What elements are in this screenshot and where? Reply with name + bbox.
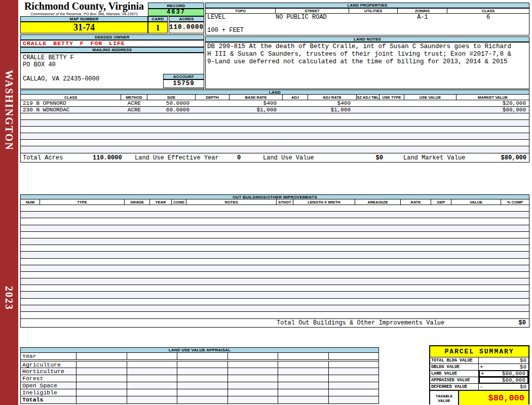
appraisal-cell [329,361,379,368]
column-header: VALUE [451,199,501,205]
appraisal-row-label: Agriculture [21,361,77,368]
summary-row-label: TOTAL BLDG VALUE [430,357,479,363]
table-row-empty [21,225,529,232]
column-header: RATE [401,199,431,205]
appraisal-cell [329,389,379,396]
tax-year: 2023 [3,286,15,310]
column-header: MARKET VALUE [457,95,529,100]
summary-row-label: LAND VALUE [430,371,479,377]
column-header: CLASS [447,9,529,13]
total-acres-value: 110.0000 [93,154,122,161]
taxable-value: $80,000 [459,391,528,405]
appraisal-cell [228,389,279,396]
summary-row: DEFERRED VALUE - $0 [430,384,528,390]
effective-year-value: 0 [237,154,241,161]
appraisal-cell [329,353,379,359]
appraisal-row: Horticulture [21,368,378,375]
land-notes-title: LAND NOTES [205,36,529,42]
record-number: 4637 [148,9,204,16]
card-label: CARD [148,16,168,22]
summary-sign: + [480,371,488,377]
mailing-address-label: MAILING ADDRESS [20,47,204,53]
column-header: USE VALUE [404,95,457,100]
appraisal-cell [278,396,329,403]
appraisal-cell [77,375,127,382]
appraisal-row: Forest [21,375,378,382]
land-use-value-label: Land Use Value [263,154,314,161]
parcel-summary-title: PARCEL SUMMARY [430,346,528,357]
appraisal-cell [177,396,228,403]
column-header: NOTES [186,199,277,205]
appraisal-rows: YearAgricultureHorticultureForestOpen Sp… [20,353,379,404]
total-acres-label: Total Acres [23,154,63,161]
appraisal-cell [127,353,178,359]
summary-value: $80,000 [488,371,527,377]
land-section-title: LAND [20,90,529,95]
appraisal-cell [177,382,228,389]
appraisal-cell [177,353,228,359]
land-market-value-label: Land Market Value [403,154,465,161]
map-number-label: MAP NUMBER [20,16,148,22]
summary-sign: - [479,384,487,390]
appraisal-row: Year [21,353,378,360]
land-properties-values: LEVEL NO PUBLIC ROAD A-1 6 100 + FEET [205,14,529,35]
appraisal-cell [329,375,379,382]
utilities-value [349,14,398,21]
appraisal-cell [177,361,228,368]
deeded-owner-value: CRALLE BETTY F FOR LIFE [20,40,204,47]
appraisal-cell [278,375,329,382]
table-row-empty [21,140,529,146]
appraisal-cell [127,396,178,403]
table-row-empty [21,238,529,245]
appraisal-cell [127,375,178,382]
out-buildings-total-label: Total Out Buildings & Other Improvements… [277,319,444,327]
column-header: % COMP [501,199,529,205]
table-row-empty [21,265,529,272]
table-row-empty [21,259,529,265]
taxable-value-label: TAXABLE VALUE [430,391,459,405]
class-value: 6 [447,14,529,21]
column-header: LENGTH X WIDTH [293,199,355,205]
taxable-value-row: TAXABLE VALUE $80,000 [430,390,528,405]
summary-sign: + [479,364,487,370]
effective-year-label: Land Use Effective Year [135,154,219,161]
land-columns: CLASS METHOD SIZE DEPTH BASE RATE ADJ AD… [20,95,529,100]
table-row-empty [21,245,529,252]
appraisal-title: LAND USE VALUE APPRAISAL [20,347,379,353]
topo-secondary-value: 100 + FEET [207,27,244,34]
land-use-value: $0 [345,154,383,161]
land-totals-row: Total Acres 110.0000 Land Use Effective … [20,153,529,163]
summary-value: $0 [487,364,528,370]
table-row-empty [21,285,529,292]
deeded-owner-label: DEEDED OWNER [20,34,204,40]
table-row-empty [21,299,529,305]
column-header: TYPE [40,199,125,205]
summary-row-label: APPRAISED VALUE [430,377,479,383]
appraisal-cell [228,353,279,359]
land-notes-line: 9-Land use deferred not calculated at th… [207,58,527,66]
table-row-empty [21,133,529,140]
appraisal-row-label: Ineligible [21,389,77,396]
table-row-empty [21,205,529,212]
appraisal-cell [278,353,329,359]
mailing-address-line: CRALLE BETTY F [23,54,204,61]
appraisal-cell [278,389,329,396]
land-row: 219 B OPNNORDACRE 50.0000 $400 $400 $20,… [21,100,529,107]
account-label: ACCOUNT [163,74,204,79]
appraisal-cell [127,389,178,396]
county-header: Richmond County, Virginia Commissioner o… [20,1,148,16]
sidebar-district-band: WASHINGTON 2023 [0,0,18,405]
table-row-empty [21,232,529,238]
appraisal-cell [278,361,329,368]
out-buildings-total-row: Total Out Buildings & Other Improvements… [20,318,529,328]
appraisal-cell [177,368,228,375]
appraisal-cell [127,361,178,368]
column-header: DEP [431,199,451,205]
acres-label: ACRES [169,16,204,22]
column-header: ADJ [283,95,308,100]
appraisal-row-label: Totals [21,396,77,403]
appraisal-cell [177,389,228,396]
table-row-empty [21,272,529,278]
column-header: NUM [21,199,40,205]
column-header: COND [172,199,186,205]
